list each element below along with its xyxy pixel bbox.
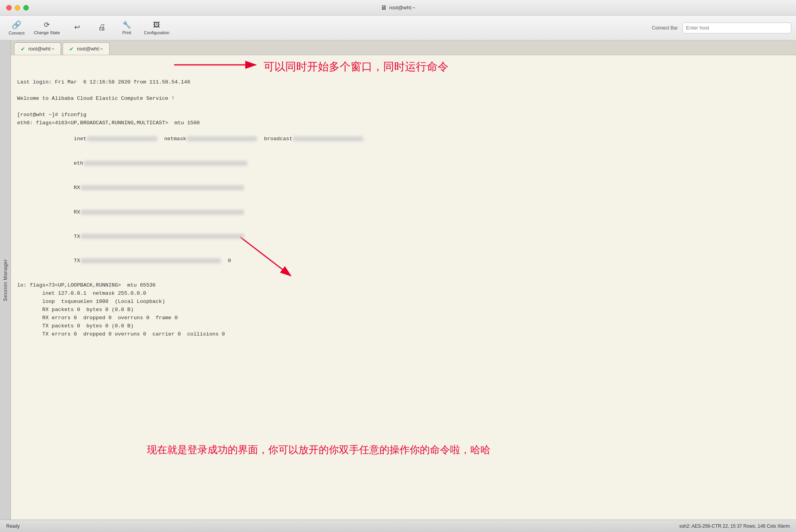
configuration-icon: 🔧 <box>122 21 131 29</box>
disconnect-icon: ↩ <box>74 23 80 31</box>
configuration-button[interactable]: 🔧 Print <box>115 19 138 37</box>
close-button[interactable] <box>6 5 12 10</box>
tab-2-check-icon: ✔ <box>69 46 74 52</box>
terminal-line: eth0: flags=4163<UP,BROADCAST,RUNNING,MU… <box>17 119 790 127</box>
terminal-line <box>17 87 790 95</box>
connect-icon: 🔗 <box>12 20 21 30</box>
status-ssh-info: ssh2: AES-256-CTR 22, 15 37 Rows, 146 Co… <box>679 523 790 529</box>
terminal-line: RX <box>17 200 790 225</box>
title-bar: 🖥 root@wht:~ <box>0 0 796 16</box>
terminal-line: RX <box>17 176 790 200</box>
terminal-line: RX errors 0 dropped 0 overruns 0 frame 0 <box>17 314 790 322</box>
disconnect-button[interactable]: ↩ <box>65 21 89 34</box>
terminal-line: RX packets 0 bytes 0 (0.0 B) <box>17 306 790 314</box>
tabs-bar: ✔ root@wht:~ ✔ root@wht:~ <box>11 40 796 55</box>
terminal-content[interactable]: 可以同时开始多个窗口，同时运行命令 Last login: Fri Mar 6 … <box>11 55 796 520</box>
session-manager-sidebar[interactable]: Session Manager <box>0 40 11 520</box>
terminal-line: TX packets 0 bytes 0 (0.0 B) <box>17 322 790 330</box>
connect-bar-label: Connect Bar <box>652 25 678 31</box>
terminal-line: Welcome to Alibaba Cloud Elastic Compute… <box>17 95 790 103</box>
status-bar: Ready ssh2: AES-256-CTR 22, 15 37 Rows, … <box>0 520 796 532</box>
window-controls <box>6 5 29 10</box>
securefx-icon: 🖼 <box>153 21 160 29</box>
annotation-top: 可以同时开始多个窗口，同时运行命令 <box>264 58 449 75</box>
change-state-button[interactable]: ⟳ Change State <box>30 19 64 37</box>
status-right: ssh2: AES-256-CTR 22, 15 37 Rows, 146 Co… <box>679 523 790 529</box>
session-manager-label: Session Manager <box>3 259 8 301</box>
terminal-area: ✔ root@wht:~ ✔ root@wht:~ <box>11 40 796 520</box>
terminal-output: Last login: Fri Mar 6 12:16:58 2020 from… <box>17 78 790 346</box>
terminal-line: eth <box>17 151 790 176</box>
host-input[interactable] <box>683 23 791 33</box>
tab-1[interactable]: ✔ root@wht:~ <box>14 42 61 55</box>
terminal-line: [root@wht ~]# ifconfig <box>17 111 790 119</box>
terminal-line: TX errors 0 dropped 0 overruns 0 carrier… <box>17 330 790 339</box>
terminal-line: inet 127.0.0.1 netmask 255.0.0.0 <box>17 290 790 298</box>
print-button[interactable]: 🖨 <box>90 21 113 35</box>
terminal-line <box>17 339 790 347</box>
terminal-line <box>17 273 790 282</box>
status-ready: Ready <box>6 523 679 529</box>
tab-2-label: root@wht:~ <box>77 46 103 52</box>
terminal-line: TX 0 <box>17 249 790 273</box>
tab-2[interactable]: ✔ root@wht:~ <box>63 42 110 55</box>
window-title: 🖥 root@wht:~ <box>381 4 415 11</box>
tab-1-label: root@wht:~ <box>28 46 54 52</box>
minimize-button[interactable] <box>15 5 20 10</box>
print-icon: 🖨 <box>98 23 106 32</box>
toolbar: 🔗 Connect ⟳ Change State ↩ 🖨 🔧 Print 🖼 C… <box>0 16 796 40</box>
change-state-icon: ⟳ <box>44 21 50 29</box>
main-area: Session Manager ✔ root@wht:~ ✔ root@wht:… <box>0 40 796 520</box>
securefx-button[interactable]: 🖼 Configuration <box>140 19 173 37</box>
annotation-bottom: 现在就是登录成功的界面，你可以放开的你双手任意的操作你的命令啦，哈哈 <box>147 442 491 457</box>
connect-button[interactable]: 🔗 Connect <box>5 19 28 37</box>
maximize-button[interactable] <box>23 5 29 10</box>
terminal-line: Last login: Fri Mar 6 12:16:58 2020 from… <box>17 78 790 87</box>
terminal-line: TX <box>17 225 790 249</box>
terminal-line: loop txqueuelen 1000 (Local Loopback) <box>17 298 790 306</box>
terminal-line: lo: flags=73<UP,LOOPBACK,RUNNING> mtu 65… <box>17 282 790 290</box>
terminal-line: inet netmask broadcast <box>17 127 790 152</box>
tab-1-check-icon: ✔ <box>21 46 25 52</box>
terminal-line <box>17 103 790 111</box>
